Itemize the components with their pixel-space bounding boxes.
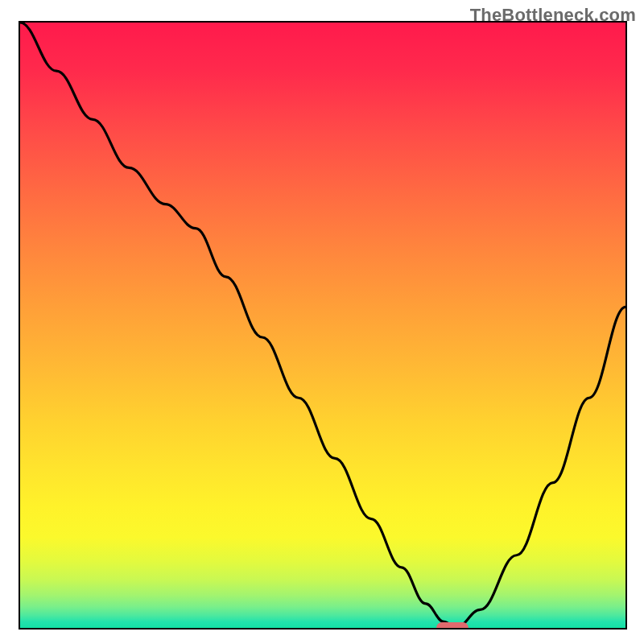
bottleneck-curve: [20, 23, 625, 628]
plot-area: [19, 21, 627, 630]
watermark-label: TheBottleneck.com: [470, 5, 636, 26]
optimal-marker: [436, 622, 469, 630]
chart-container: TheBottleneck.com: [0, 0, 644, 644]
